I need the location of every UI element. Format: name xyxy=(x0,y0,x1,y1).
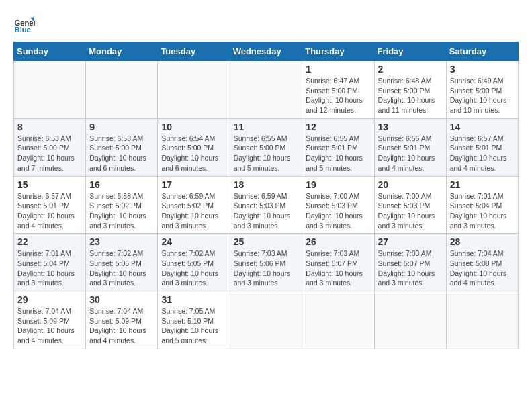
svg-text:Blue: Blue xyxy=(15,26,31,34)
day-number: 10 xyxy=(161,122,226,132)
day-number: 22 xyxy=(17,236,82,247)
day-cell-28: 28Sunrise: 7:04 AMSunset: 5:08 PMDayligh… xyxy=(446,234,518,291)
day-info: Sunrise: 7:01 AMSunset: 5:04 PMDaylight:… xyxy=(450,191,515,231)
day-number: 8 xyxy=(17,122,82,132)
day-info: Sunrise: 6:47 AMSunset: 5:00 PMDaylight:… xyxy=(306,76,370,116)
day-number: 21 xyxy=(450,179,515,190)
empty-cell xyxy=(374,291,446,349)
day-number: 13 xyxy=(378,122,443,132)
week-row-2: 8Sunrise: 6:53 AMSunset: 5:00 PMDaylight… xyxy=(14,118,519,176)
day-cell-24: 24Sunrise: 7:02 AMSunset: 5:05 PMDayligh… xyxy=(158,234,230,291)
col-header-monday: Monday xyxy=(86,42,158,61)
day-number: 27 xyxy=(378,236,443,247)
day-number: 9 xyxy=(89,122,154,132)
day-cell-26: 26Sunrise: 7:03 AMSunset: 5:07 PMDayligh… xyxy=(302,234,374,291)
day-cell-29: 29Sunrise: 7:04 AMSunset: 5:09 PMDayligh… xyxy=(14,291,86,349)
day-info: Sunrise: 6:59 AMSunset: 5:03 PMDaylight:… xyxy=(234,191,299,231)
day-cell-1: 1Sunrise: 6:47 AMSunset: 5:00 PMDaylight… xyxy=(302,61,374,119)
day-cell-17: 17Sunrise: 6:59 AMSunset: 5:02 PMDayligh… xyxy=(158,176,230,234)
day-cell-23: 23Sunrise: 7:02 AMSunset: 5:05 PMDayligh… xyxy=(86,234,158,291)
page-header: General Blue xyxy=(13,13,519,35)
day-info: Sunrise: 6:55 AMSunset: 5:01 PMDaylight:… xyxy=(306,134,370,173)
day-info: Sunrise: 7:02 AMSunset: 5:05 PMDaylight:… xyxy=(161,248,226,288)
day-number: 19 xyxy=(306,179,370,190)
day-cell-9: 9Sunrise: 6:53 AMSunset: 5:00 PMDaylight… xyxy=(86,118,158,176)
day-info: Sunrise: 6:56 AMSunset: 5:01 PMDaylight:… xyxy=(378,134,443,173)
col-header-sunday: Sunday xyxy=(14,42,86,61)
day-cell-27: 27Sunrise: 7:03 AMSunset: 5:07 PMDayligh… xyxy=(374,234,446,291)
col-header-tuesday: Tuesday xyxy=(158,42,230,61)
day-cell-22: 22Sunrise: 7:01 AMSunset: 5:04 PMDayligh… xyxy=(14,234,86,291)
day-number: 16 xyxy=(89,179,154,190)
day-cell-19: 19Sunrise: 7:00 AMSunset: 5:03 PMDayligh… xyxy=(302,176,374,234)
day-info: Sunrise: 7:04 AMSunset: 5:09 PMDaylight:… xyxy=(17,306,82,346)
day-cell-16: 16Sunrise: 6:58 AMSunset: 5:02 PMDayligh… xyxy=(86,176,158,234)
day-number: 24 xyxy=(161,236,226,247)
day-cell-20: 20Sunrise: 7:00 AMSunset: 5:03 PMDayligh… xyxy=(374,176,446,234)
day-number: 20 xyxy=(378,179,443,190)
day-number: 25 xyxy=(234,236,299,247)
empty-cell xyxy=(302,291,374,349)
day-number: 28 xyxy=(450,236,515,247)
day-cell-13: 13Sunrise: 6:56 AMSunset: 5:01 PMDayligh… xyxy=(374,118,446,176)
col-header-thursday: Thursday xyxy=(302,42,374,61)
day-info: Sunrise: 6:59 AMSunset: 5:02 PMDaylight:… xyxy=(161,191,226,231)
week-row-1: 1Sunrise: 6:47 AMSunset: 5:00 PMDaylight… xyxy=(14,61,519,119)
day-info: Sunrise: 7:00 AMSunset: 5:03 PMDaylight:… xyxy=(378,191,443,231)
col-header-friday: Friday xyxy=(374,42,446,61)
day-cell-10: 10Sunrise: 6:54 AMSunset: 5:00 PMDayligh… xyxy=(158,118,230,176)
calendar-body: 1Sunrise: 6:47 AMSunset: 5:00 PMDaylight… xyxy=(14,61,519,349)
day-cell-21: 21Sunrise: 7:01 AMSunset: 5:04 PMDayligh… xyxy=(446,176,518,234)
day-number: 3 xyxy=(450,64,515,75)
day-info: Sunrise: 6:49 AMSunset: 5:00 PMDaylight:… xyxy=(450,76,515,116)
day-number: 14 xyxy=(450,122,515,132)
logo-icon: General Blue xyxy=(13,13,35,35)
day-info: Sunrise: 7:03 AMSunset: 5:07 PMDaylight:… xyxy=(306,248,370,288)
day-info: Sunrise: 6:57 AMSunset: 5:01 PMDaylight:… xyxy=(17,191,82,231)
day-number: 2 xyxy=(378,64,443,75)
day-cell-3: 3Sunrise: 6:49 AMSunset: 5:00 PMDaylight… xyxy=(446,61,518,119)
empty-cell xyxy=(86,61,158,119)
day-info: Sunrise: 6:53 AMSunset: 5:00 PMDaylight:… xyxy=(17,134,82,173)
empty-cell xyxy=(14,61,86,119)
day-cell-15: 15Sunrise: 6:57 AMSunset: 5:01 PMDayligh… xyxy=(14,176,86,234)
day-cell-18: 18Sunrise: 6:59 AMSunset: 5:03 PMDayligh… xyxy=(230,176,302,234)
day-cell-30: 30Sunrise: 7:04 AMSunset: 5:09 PMDayligh… xyxy=(86,291,158,349)
logo: General Blue xyxy=(13,13,38,35)
day-cell-8: 8Sunrise: 6:53 AMSunset: 5:00 PMDaylight… xyxy=(14,118,86,176)
day-info: Sunrise: 6:57 AMSunset: 5:01 PMDaylight:… xyxy=(450,134,515,173)
day-number: 29 xyxy=(17,294,82,305)
day-info: Sunrise: 7:01 AMSunset: 5:04 PMDaylight:… xyxy=(17,248,82,288)
day-info: Sunrise: 6:54 AMSunset: 5:00 PMDaylight:… xyxy=(161,134,226,173)
day-info: Sunrise: 7:04 AMSunset: 5:08 PMDaylight:… xyxy=(450,248,515,288)
day-info: Sunrise: 6:53 AMSunset: 5:00 PMDaylight:… xyxy=(89,134,154,173)
col-header-saturday: Saturday xyxy=(446,42,518,61)
week-row-4: 22Sunrise: 7:01 AMSunset: 5:04 PMDayligh… xyxy=(14,234,519,291)
week-row-3: 15Sunrise: 6:57 AMSunset: 5:01 PMDayligh… xyxy=(14,176,519,234)
empty-cell xyxy=(230,291,302,349)
week-row-5: 29Sunrise: 7:04 AMSunset: 5:09 PMDayligh… xyxy=(14,291,519,349)
day-cell-2: 2Sunrise: 6:48 AMSunset: 5:00 PMDaylight… xyxy=(374,61,446,119)
day-number: 23 xyxy=(89,236,154,247)
day-number: 31 xyxy=(161,294,226,305)
day-info: Sunrise: 7:05 AMSunset: 5:10 PMDaylight:… xyxy=(161,306,226,346)
day-number: 30 xyxy=(89,294,154,305)
empty-cell xyxy=(446,291,518,349)
day-info: Sunrise: 6:58 AMSunset: 5:02 PMDaylight:… xyxy=(89,191,154,231)
day-number: 15 xyxy=(17,179,82,190)
calendar-header: SundayMondayTuesdayWednesdayThursdayFrid… xyxy=(14,42,519,61)
day-number: 17 xyxy=(161,179,226,190)
calendar-table: SundayMondayTuesdayWednesdayThursdayFrid… xyxy=(13,42,519,349)
day-info: Sunrise: 7:03 AMSunset: 5:07 PMDaylight:… xyxy=(378,248,443,288)
empty-cell xyxy=(158,61,230,119)
day-number: 12 xyxy=(306,122,370,132)
day-number: 1 xyxy=(306,64,370,75)
col-header-wednesday: Wednesday xyxy=(230,42,302,61)
day-cell-31: 31Sunrise: 7:05 AMSunset: 5:10 PMDayligh… xyxy=(158,291,230,349)
day-number: 18 xyxy=(234,179,299,190)
empty-cell xyxy=(230,61,302,119)
day-info: Sunrise: 6:55 AMSunset: 5:00 PMDaylight:… xyxy=(234,134,299,173)
day-number: 26 xyxy=(306,236,370,247)
day-cell-11: 11Sunrise: 6:55 AMSunset: 5:00 PMDayligh… xyxy=(230,118,302,176)
day-cell-25: 25Sunrise: 7:03 AMSunset: 5:06 PMDayligh… xyxy=(230,234,302,291)
